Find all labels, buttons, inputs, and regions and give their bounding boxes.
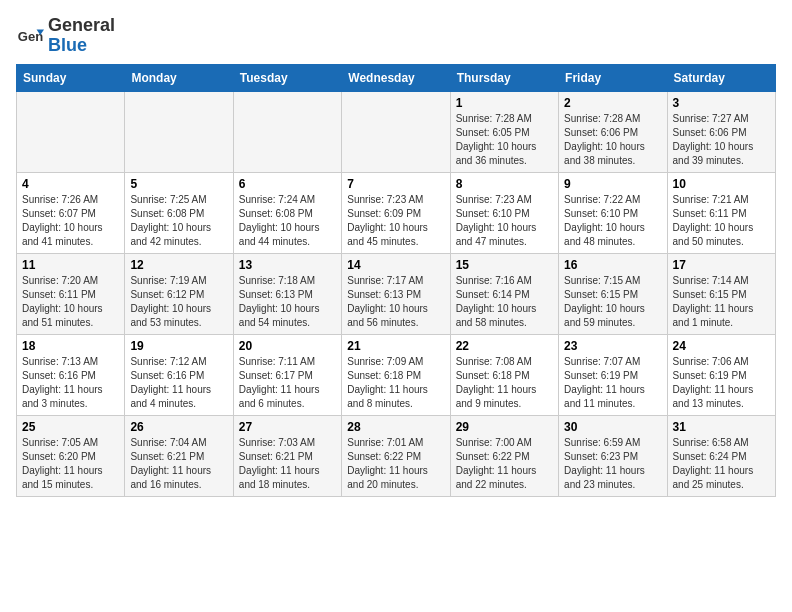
day-number: 18 [22,339,119,353]
day-info: Sunrise: 7:28 AM Sunset: 6:05 PM Dayligh… [456,112,553,168]
day-info: Sunrise: 7:11 AM Sunset: 6:17 PM Dayligh… [239,355,336,411]
day-number: 27 [239,420,336,434]
day-number: 17 [673,258,770,272]
header-sunday: Sunday [17,64,125,91]
header-friday: Friday [559,64,667,91]
day-number: 1 [456,96,553,110]
week-row-3: 11Sunrise: 7:20 AM Sunset: 6:11 PM Dayli… [17,253,776,334]
day-number: 26 [130,420,227,434]
week-row-1: 1Sunrise: 7:28 AM Sunset: 6:05 PM Daylig… [17,91,776,172]
day-info: Sunrise: 7:15 AM Sunset: 6:15 PM Dayligh… [564,274,661,330]
day-cell: 6Sunrise: 7:24 AM Sunset: 6:08 PM Daylig… [233,172,341,253]
day-info: Sunrise: 7:28 AM Sunset: 6:06 PM Dayligh… [564,112,661,168]
day-number: 29 [456,420,553,434]
day-info: Sunrise: 7:12 AM Sunset: 6:16 PM Dayligh… [130,355,227,411]
logo: Gen General Blue [16,16,115,56]
day-number: 21 [347,339,444,353]
day-cell: 15Sunrise: 7:16 AM Sunset: 6:14 PM Dayli… [450,253,558,334]
day-info: Sunrise: 7:17 AM Sunset: 6:13 PM Dayligh… [347,274,444,330]
day-cell: 28Sunrise: 7:01 AM Sunset: 6:22 PM Dayli… [342,415,450,496]
day-cell: 20Sunrise: 7:11 AM Sunset: 6:17 PM Dayli… [233,334,341,415]
calendar-table: SundayMondayTuesdayWednesdayThursdayFrid… [16,64,776,497]
day-cell: 13Sunrise: 7:18 AM Sunset: 6:13 PM Dayli… [233,253,341,334]
day-number: 6 [239,177,336,191]
header-thursday: Thursday [450,64,558,91]
day-info: Sunrise: 7:25 AM Sunset: 6:08 PM Dayligh… [130,193,227,249]
day-cell: 11Sunrise: 7:20 AM Sunset: 6:11 PM Dayli… [17,253,125,334]
day-cell: 19Sunrise: 7:12 AM Sunset: 6:16 PM Dayli… [125,334,233,415]
day-info: Sunrise: 7:08 AM Sunset: 6:18 PM Dayligh… [456,355,553,411]
header-monday: Monday [125,64,233,91]
day-info: Sunrise: 7:03 AM Sunset: 6:21 PM Dayligh… [239,436,336,492]
day-number: 10 [673,177,770,191]
day-number: 31 [673,420,770,434]
day-number: 4 [22,177,119,191]
day-number: 22 [456,339,553,353]
day-cell: 21Sunrise: 7:09 AM Sunset: 6:18 PM Dayli… [342,334,450,415]
day-number: 12 [130,258,227,272]
header-tuesday: Tuesday [233,64,341,91]
day-cell: 23Sunrise: 7:07 AM Sunset: 6:19 PM Dayli… [559,334,667,415]
day-info: Sunrise: 7:23 AM Sunset: 6:09 PM Dayligh… [347,193,444,249]
day-number: 8 [456,177,553,191]
day-cell: 12Sunrise: 7:19 AM Sunset: 6:12 PM Dayli… [125,253,233,334]
logo-text: General Blue [48,16,115,56]
day-number: 23 [564,339,661,353]
day-cell: 27Sunrise: 7:03 AM Sunset: 6:21 PM Dayli… [233,415,341,496]
header: Gen General Blue [16,16,776,56]
day-info: Sunrise: 6:59 AM Sunset: 6:23 PM Dayligh… [564,436,661,492]
day-cell: 7Sunrise: 7:23 AM Sunset: 6:09 PM Daylig… [342,172,450,253]
day-cell: 17Sunrise: 7:14 AM Sunset: 6:15 PM Dayli… [667,253,775,334]
day-info: Sunrise: 7:16 AM Sunset: 6:14 PM Dayligh… [456,274,553,330]
day-info: Sunrise: 7:09 AM Sunset: 6:18 PM Dayligh… [347,355,444,411]
day-cell: 24Sunrise: 7:06 AM Sunset: 6:19 PM Dayli… [667,334,775,415]
day-number: 16 [564,258,661,272]
day-info: Sunrise: 7:19 AM Sunset: 6:12 PM Dayligh… [130,274,227,330]
day-number: 14 [347,258,444,272]
header-wednesday: Wednesday [342,64,450,91]
day-info: Sunrise: 7:05 AM Sunset: 6:20 PM Dayligh… [22,436,119,492]
day-cell: 29Sunrise: 7:00 AM Sunset: 6:22 PM Dayli… [450,415,558,496]
day-cell: 9Sunrise: 7:22 AM Sunset: 6:10 PM Daylig… [559,172,667,253]
day-info: Sunrise: 6:58 AM Sunset: 6:24 PM Dayligh… [673,436,770,492]
day-cell [233,91,341,172]
day-info: Sunrise: 7:20 AM Sunset: 6:11 PM Dayligh… [22,274,119,330]
day-number: 3 [673,96,770,110]
calendar-header-row: SundayMondayTuesdayWednesdayThursdayFrid… [17,64,776,91]
day-number: 13 [239,258,336,272]
day-info: Sunrise: 7:01 AM Sunset: 6:22 PM Dayligh… [347,436,444,492]
day-cell: 4Sunrise: 7:26 AM Sunset: 6:07 PM Daylig… [17,172,125,253]
day-cell: 30Sunrise: 6:59 AM Sunset: 6:23 PM Dayli… [559,415,667,496]
logo-icon: Gen [16,22,44,50]
day-cell: 22Sunrise: 7:08 AM Sunset: 6:18 PM Dayli… [450,334,558,415]
day-cell: 8Sunrise: 7:23 AM Sunset: 6:10 PM Daylig… [450,172,558,253]
day-info: Sunrise: 7:13 AM Sunset: 6:16 PM Dayligh… [22,355,119,411]
day-cell: 18Sunrise: 7:13 AM Sunset: 6:16 PM Dayli… [17,334,125,415]
week-row-5: 25Sunrise: 7:05 AM Sunset: 6:20 PM Dayli… [17,415,776,496]
day-cell: 31Sunrise: 6:58 AM Sunset: 6:24 PM Dayli… [667,415,775,496]
day-cell: 3Sunrise: 7:27 AM Sunset: 6:06 PM Daylig… [667,91,775,172]
day-number: 19 [130,339,227,353]
week-row-2: 4Sunrise: 7:26 AM Sunset: 6:07 PM Daylig… [17,172,776,253]
day-number: 11 [22,258,119,272]
day-cell: 26Sunrise: 7:04 AM Sunset: 6:21 PM Dayli… [125,415,233,496]
day-info: Sunrise: 7:06 AM Sunset: 6:19 PM Dayligh… [673,355,770,411]
day-cell [125,91,233,172]
day-info: Sunrise: 7:26 AM Sunset: 6:07 PM Dayligh… [22,193,119,249]
day-number: 30 [564,420,661,434]
day-number: 15 [456,258,553,272]
day-cell: 2Sunrise: 7:28 AM Sunset: 6:06 PM Daylig… [559,91,667,172]
day-number: 20 [239,339,336,353]
day-number: 24 [673,339,770,353]
day-number: 9 [564,177,661,191]
day-number: 25 [22,420,119,434]
day-cell: 16Sunrise: 7:15 AM Sunset: 6:15 PM Dayli… [559,253,667,334]
day-info: Sunrise: 7:27 AM Sunset: 6:06 PM Dayligh… [673,112,770,168]
day-cell [17,91,125,172]
day-cell [342,91,450,172]
day-number: 2 [564,96,661,110]
day-info: Sunrise: 7:14 AM Sunset: 6:15 PM Dayligh… [673,274,770,330]
day-info: Sunrise: 7:04 AM Sunset: 6:21 PM Dayligh… [130,436,227,492]
day-cell: 25Sunrise: 7:05 AM Sunset: 6:20 PM Dayli… [17,415,125,496]
week-row-4: 18Sunrise: 7:13 AM Sunset: 6:16 PM Dayli… [17,334,776,415]
